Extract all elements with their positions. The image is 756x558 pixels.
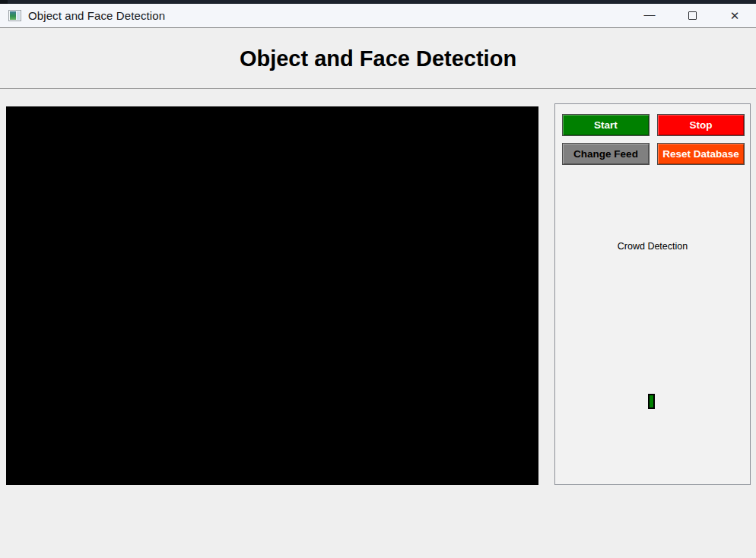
- minimize-button[interactable]: —: [628, 4, 671, 27]
- app-header: Object and Face Detection: [0, 29, 756, 89]
- change-feed-button[interactable]: Change Feed: [562, 143, 650, 165]
- start-button[interactable]: Start: [562, 114, 650, 136]
- titlebar: Object and Face Detection — ✕: [0, 4, 756, 28]
- stop-button[interactable]: Stop: [657, 114, 745, 136]
- maximize-icon: [688, 11, 697, 20]
- app-icon-image-right: [17, 11, 20, 20]
- crowd-detection-label: Crowd Detection: [555, 241, 750, 252]
- window-controls: — ✕: [628, 4, 756, 27]
- window-title: Object and Face Detection: [28, 9, 165, 22]
- control-panel: Start Stop Change Feed Reset Database Cr…: [554, 103, 751, 485]
- minimize-icon: —: [644, 8, 656, 21]
- maximize-button[interactable]: [671, 4, 713, 27]
- app-window: Object and Face Detection — ✕ Object and…: [0, 0, 756, 558]
- reset-database-button[interactable]: Reset Database: [657, 143, 745, 165]
- app-icon-image-left: [10, 11, 16, 20]
- crowd-indicator-bar: [648, 394, 655, 409]
- close-icon: ✕: [730, 9, 740, 23]
- page-title: Object and Face Detection: [240, 46, 516, 71]
- close-button[interactable]: ✕: [713, 4, 756, 27]
- video-feed-canvas: [6, 106, 538, 485]
- app-window-icon: [8, 10, 21, 21]
